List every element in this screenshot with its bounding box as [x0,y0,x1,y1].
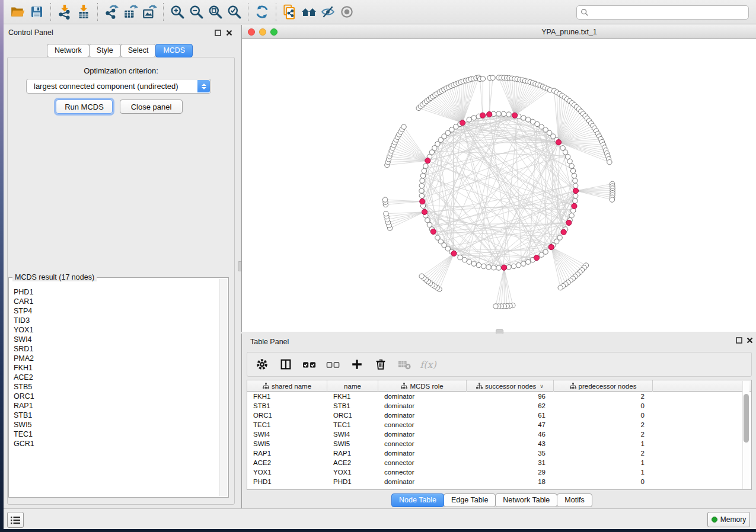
network-window-title: YPA_prune.txt_1 [531,28,608,36]
mcds-result-list[interactable]: PHD1CAR1STP4TID3YOX1SWI4SRD1PMA2FKH1ACE2… [14,287,216,495]
mcds-result-item[interactable]: FKH1 [14,363,216,373]
mcds-result-item[interactable]: SWI5 [14,420,216,430]
column-header-successor-nodes[interactable]: successor nodes∨ [467,380,554,392]
table-row[interactable]: PHD1PHD1dominator180 [247,477,751,486]
mcds-result-item[interactable]: STP4 [14,306,216,316]
function-builder-icon[interactable]: f(x) [420,357,436,372]
search-input[interactable] [592,8,745,17]
mcds-result-item[interactable]: SRD1 [14,344,216,354]
minimize-window-icon[interactable] [259,28,266,36]
deselect-all-icon[interactable] [326,357,341,372]
show-graphics-icon[interactable] [338,3,356,21]
table-row[interactable]: ACE2ACE2connector311 [247,458,751,467]
table-row[interactable]: ORC1ORC1dominator610 [247,411,751,420]
column-header-mcds-role[interactable]: MCDS role [378,380,467,392]
share-document-icon[interactable] [281,3,299,21]
mcds-result-scrollbar[interactable] [219,279,227,496]
select-all-icon[interactable] [302,357,317,372]
table-cell: 0 [554,477,653,486]
search-box[interactable] [576,5,749,20]
table-row[interactable]: RAP1RAP1dominator352 [247,448,751,458]
table-cell: 2 [554,392,653,401]
mcds-result-item[interactable]: PHD1 [14,287,216,297]
mcds-result-item[interactable]: STB5 [14,382,216,392]
mcds-result-item[interactable]: GCR1 [14,439,216,448]
zoom-out-icon[interactable] [187,3,205,21]
mcds-result-item[interactable]: TID3 [14,316,216,325]
tab-edge-table[interactable]: Edge Table [444,493,496,507]
home-icon[interactable] [300,3,318,21]
mcds-result-item[interactable]: ORC1 [14,392,216,401]
table-cell: TEC1 [247,420,327,430]
refresh-view-icon[interactable] [253,3,271,21]
column-header-name[interactable]: name [327,380,378,392]
task-history-button[interactable] [7,512,24,528]
table-cell: 43 [467,439,554,448]
close-panel-button[interactable]: Close panel [120,100,183,114]
mcds-result-item[interactable]: YOX1 [14,325,216,335]
column-header-shared-name[interactable]: shared name [247,380,327,392]
table-row[interactable]: SWI4SWI4dominator462 [247,430,751,439]
table-scrollbar-thumb[interactable] [744,394,749,443]
export-image-icon[interactable] [141,3,158,21]
table-row[interactable]: FKH1FKH1dominator962 [247,392,751,401]
toolbar-separator [276,3,276,21]
table-cell: SWI5 [247,439,327,448]
tab-motifs[interactable]: Motifs [557,493,592,507]
tab-network-table[interactable]: Network Table [495,493,557,507]
import-network-icon[interactable] [56,3,74,21]
sort-desc-icon: ∨ [540,383,544,389]
network-canvas-svg [242,39,756,332]
table-toolbar: f(x) [247,352,752,377]
table-row[interactable]: TEC1TEC1connector472 [247,420,751,430]
close-table-panel-icon[interactable] [747,337,753,344]
toolbar-separator [163,3,164,21]
close-panel-icon[interactable] [226,30,232,36]
mcds-result-item[interactable]: TEC1 [14,430,216,439]
table-row[interactable]: STB1STB1dominator620 [247,401,751,411]
import-table-icon[interactable] [75,3,92,21]
add-icon[interactable] [349,357,365,372]
float-panel-icon[interactable] [215,30,221,36]
table-row[interactable]: SWI5SWI5connector431 [247,439,751,448]
zoom-fit-icon[interactable] [206,3,224,21]
zoom-window-icon[interactable] [270,28,277,36]
table-row[interactable]: YOX1YOX1connector291 [247,467,751,477]
float-table-panel-icon[interactable] [736,337,742,344]
table-cell: YOX1 [247,467,327,477]
zoom-selected-icon[interactable] [225,3,243,21]
tab-node-table[interactable]: Node Table [391,493,444,507]
mcds-result-item[interactable]: CAR1 [14,297,216,306]
table-scrollbar[interactable] [742,381,749,489]
mcds-result-item[interactable]: ACE2 [14,373,216,382]
mcds-result-item[interactable]: SWI4 [14,335,216,344]
table-cell: 35 [467,448,554,458]
memory-button[interactable]: Memory [707,512,750,527]
mcds-result-item[interactable]: RAP1 [14,401,216,411]
network-view[interactable] [241,39,756,332]
table-cell: PHD1 [247,477,327,486]
hide-graphics-icon[interactable] [319,3,337,21]
run-mcds-button[interactable]: Run MCDS [56,100,113,114]
tab-network[interactable]: Network [47,44,90,57]
shared-column-icon [263,383,269,389]
open-session-icon[interactable] [9,3,27,21]
tab-select[interactable]: Select [120,44,157,57]
export-network-icon[interactable] [103,3,120,21]
destroy-table-icon[interactable] [397,357,412,372]
mcds-result-item[interactable]: STB1 [14,411,216,420]
column-header-predecessor-nodes[interactable]: predecessor nodes [554,380,653,392]
trash-icon[interactable] [373,357,388,372]
network-window-titlebar[interactable] [241,25,756,39]
memory-status-icon [712,517,717,523]
tab-style[interactable]: Style [89,44,121,57]
gear-icon[interactable] [254,357,270,372]
columns-icon[interactable] [278,357,294,372]
close-window-icon[interactable] [248,28,255,36]
zoom-in-icon[interactable] [168,3,186,21]
tab-mcds[interactable]: MCDS [155,44,193,57]
save-session-icon[interactable] [28,3,46,21]
optimization-criterion-select[interactable]: largest connected component (undirected) [26,79,211,94]
export-table-icon[interactable] [122,3,139,21]
mcds-result-item[interactable]: PMA2 [14,354,216,363]
